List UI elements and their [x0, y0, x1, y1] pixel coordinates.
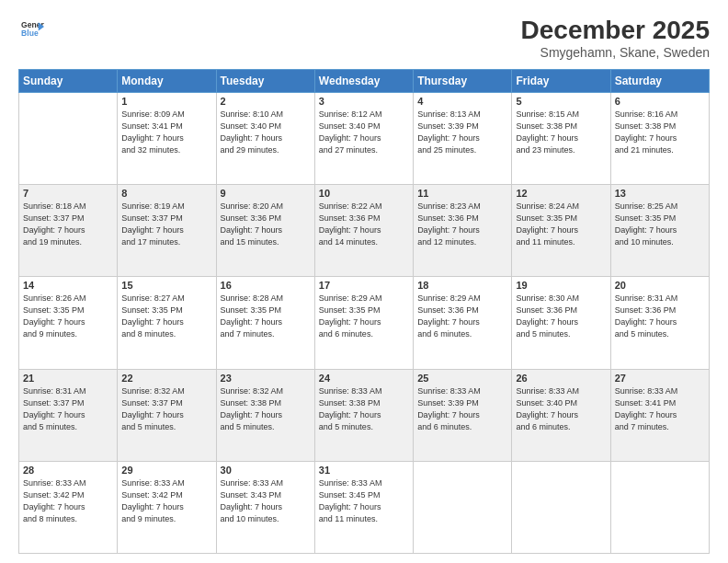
- day-number: 14: [23, 280, 113, 291]
- day-info: Sunrise: 8:10 AM Sunset: 3:40 PM Dayligh…: [221, 109, 311, 156]
- day-number: 12: [516, 188, 606, 199]
- day-info: Sunrise: 8:33 AM Sunset: 3:42 PM Dayligh…: [23, 477, 113, 525]
- day-info: Sunrise: 8:25 AM Sunset: 3:35 PM Dayligh…: [615, 201, 705, 248]
- day-number: 29: [121, 465, 211, 476]
- week-row-1: 1Sunrise: 8:09 AM Sunset: 3:41 PM Daylig…: [19, 92, 710, 184]
- col-friday: Friday: [512, 69, 610, 92]
- day-info: Sunrise: 8:29 AM Sunset: 3:36 PM Dayligh…: [417, 293, 507, 340]
- week-row-5: 28Sunrise: 8:33 AM Sunset: 3:42 PM Dayli…: [19, 461, 710, 553]
- calendar-header-row: Sunday Monday Tuesday Wednesday Thursday…: [19, 69, 710, 92]
- day-info: Sunrise: 8:12 AM Sunset: 3:40 PM Dayligh…: [319, 109, 409, 156]
- day-cell-w1-d4: 4Sunrise: 8:13 AM Sunset: 3:39 PM Daylig…: [414, 92, 512, 184]
- day-cell-w4-d1: 22Sunrise: 8:32 AM Sunset: 3:37 PM Dayli…: [118, 369, 216, 461]
- day-number: 6: [615, 96, 705, 107]
- day-number: 10: [319, 188, 409, 199]
- week-row-2: 7Sunrise: 8:18 AM Sunset: 3:37 PM Daylig…: [19, 185, 710, 277]
- day-info: Sunrise: 8:09 AM Sunset: 3:41 PM Dayligh…: [121, 109, 211, 156]
- day-cell-w3-d6: 20Sunrise: 8:31 AM Sunset: 3:36 PM Dayli…: [610, 277, 709, 369]
- day-info: Sunrise: 8:27 AM Sunset: 3:35 PM Dayligh…: [121, 293, 211, 340]
- day-info: Sunrise: 8:23 AM Sunset: 3:36 PM Dayligh…: [417, 201, 507, 248]
- day-info: Sunrise: 8:15 AM Sunset: 3:38 PM Dayligh…: [516, 109, 606, 156]
- col-tuesday: Tuesday: [216, 69, 314, 92]
- day-cell-w4-d6: 27Sunrise: 8:33 AM Sunset: 3:41 PM Dayli…: [610, 369, 709, 461]
- day-cell-w4-d2: 23Sunrise: 8:32 AM Sunset: 3:38 PM Dayli…: [216, 369, 314, 461]
- day-cell-w1-d6: 6Sunrise: 8:16 AM Sunset: 3:38 PM Daylig…: [610, 92, 709, 184]
- col-saturday: Saturday: [610, 69, 709, 92]
- day-cell-w4-d5: 26Sunrise: 8:33 AM Sunset: 3:40 PM Dayli…: [512, 369, 610, 461]
- week-row-3: 14Sunrise: 8:26 AM Sunset: 3:35 PM Dayli…: [19, 277, 710, 369]
- day-info: Sunrise: 8:33 AM Sunset: 3:39 PM Dayligh…: [417, 385, 507, 433]
- day-cell-w2-d0: 7Sunrise: 8:18 AM Sunset: 3:37 PM Daylig…: [19, 185, 118, 277]
- day-cell-w4-d4: 25Sunrise: 8:33 AM Sunset: 3:39 PM Dayli…: [414, 369, 512, 461]
- day-cell-w2-d4: 11Sunrise: 8:23 AM Sunset: 3:36 PM Dayli…: [414, 185, 512, 277]
- day-number: 19: [516, 280, 606, 291]
- day-info: Sunrise: 8:28 AM Sunset: 3:35 PM Dayligh…: [221, 293, 311, 340]
- svg-text:Blue: Blue: [21, 29, 39, 38]
- day-cell-w5-d2: 30Sunrise: 8:33 AM Sunset: 3:43 PM Dayli…: [216, 461, 314, 553]
- day-number: 23: [221, 373, 311, 384]
- day-info: Sunrise: 8:33 AM Sunset: 3:45 PM Dayligh…: [319, 477, 409, 525]
- day-info: Sunrise: 8:13 AM Sunset: 3:39 PM Dayligh…: [417, 109, 507, 156]
- header: General Blue December 2025 Smygehamn, Sk…: [18, 17, 710, 60]
- col-wednesday: Wednesday: [314, 69, 413, 92]
- day-cell-w1-d0: [19, 92, 118, 184]
- day-cell-w2-d2: 9Sunrise: 8:20 AM Sunset: 3:36 PM Daylig…: [216, 185, 314, 277]
- day-cell-w3-d1: 15Sunrise: 8:27 AM Sunset: 3:35 PM Dayli…: [118, 277, 216, 369]
- day-number: 26: [516, 373, 606, 384]
- day-cell-w3-d4: 18Sunrise: 8:29 AM Sunset: 3:36 PM Dayli…: [414, 277, 512, 369]
- day-cell-w2-d3: 10Sunrise: 8:22 AM Sunset: 3:36 PM Dayli…: [314, 185, 413, 277]
- day-info: Sunrise: 8:32 AM Sunset: 3:38 PM Dayligh…: [221, 385, 311, 433]
- day-number: 11: [417, 188, 507, 199]
- logo-icon: General Blue: [18, 17, 44, 42]
- day-number: 16: [221, 280, 311, 291]
- day-number: 1: [121, 96, 211, 107]
- day-info: Sunrise: 8:30 AM Sunset: 3:36 PM Dayligh…: [516, 293, 606, 340]
- day-cell-w1-d3: 3Sunrise: 8:12 AM Sunset: 3:40 PM Daylig…: [314, 92, 413, 184]
- day-number: 3: [319, 96, 409, 107]
- col-monday: Monday: [118, 69, 216, 92]
- day-info: Sunrise: 8:18 AM Sunset: 3:37 PM Dayligh…: [23, 201, 113, 248]
- day-number: 31: [319, 465, 409, 476]
- day-number: 15: [121, 280, 211, 291]
- day-cell-w5-d5: [512, 461, 610, 553]
- location-title: Smygehamn, Skane, Sweden: [521, 45, 710, 60]
- day-number: 2: [221, 96, 311, 107]
- day-info: Sunrise: 8:19 AM Sunset: 3:37 PM Dayligh…: [121, 201, 211, 248]
- month-title: December 2025: [521, 17, 710, 45]
- day-info: Sunrise: 8:33 AM Sunset: 3:41 PM Dayligh…: [615, 385, 705, 433]
- day-info: Sunrise: 8:33 AM Sunset: 3:38 PM Dayligh…: [319, 385, 409, 433]
- day-number: 22: [121, 373, 211, 384]
- logo: General Blue: [18, 17, 44, 42]
- day-cell-w1-d1: 1Sunrise: 8:09 AM Sunset: 3:41 PM Daylig…: [118, 92, 216, 184]
- day-number: 20: [615, 280, 705, 291]
- day-number: 28: [23, 465, 113, 476]
- day-info: Sunrise: 8:16 AM Sunset: 3:38 PM Dayligh…: [615, 109, 705, 156]
- day-info: Sunrise: 8:32 AM Sunset: 3:37 PM Dayligh…: [121, 385, 211, 433]
- day-cell-w2-d6: 13Sunrise: 8:25 AM Sunset: 3:35 PM Dayli…: [610, 185, 709, 277]
- day-cell-w2-d1: 8Sunrise: 8:19 AM Sunset: 3:37 PM Daylig…: [118, 185, 216, 277]
- day-number: 5: [516, 96, 606, 107]
- day-number: 4: [417, 96, 507, 107]
- day-info: Sunrise: 8:20 AM Sunset: 3:36 PM Dayligh…: [221, 201, 311, 248]
- day-info: Sunrise: 8:33 AM Sunset: 3:40 PM Dayligh…: [516, 385, 606, 433]
- day-cell-w5-d3: 31Sunrise: 8:33 AM Sunset: 3:45 PM Dayli…: [314, 461, 413, 553]
- day-number: 25: [417, 373, 507, 384]
- day-info: Sunrise: 8:22 AM Sunset: 3:36 PM Dayligh…: [319, 201, 409, 248]
- day-info: Sunrise: 8:33 AM Sunset: 3:43 PM Dayligh…: [221, 477, 311, 525]
- col-thursday: Thursday: [414, 69, 512, 92]
- day-number: 17: [319, 280, 409, 291]
- day-info: Sunrise: 8:26 AM Sunset: 3:35 PM Dayligh…: [23, 293, 113, 340]
- day-number: 24: [319, 373, 409, 384]
- day-number: 21: [23, 373, 113, 384]
- day-info: Sunrise: 8:24 AM Sunset: 3:35 PM Dayligh…: [516, 201, 606, 248]
- day-cell-w3-d3: 17Sunrise: 8:29 AM Sunset: 3:35 PM Dayli…: [314, 277, 413, 369]
- col-sunday: Sunday: [19, 69, 118, 92]
- day-info: Sunrise: 8:29 AM Sunset: 3:35 PM Dayligh…: [319, 293, 409, 340]
- day-cell-w5-d0: 28Sunrise: 8:33 AM Sunset: 3:42 PM Dayli…: [19, 461, 118, 553]
- day-cell-w1-d2: 2Sunrise: 8:10 AM Sunset: 3:40 PM Daylig…: [216, 92, 314, 184]
- day-cell-w5-d6: [610, 461, 709, 553]
- day-number: 30: [221, 465, 311, 476]
- day-number: 18: [417, 280, 507, 291]
- day-cell-w3-d2: 16Sunrise: 8:28 AM Sunset: 3:35 PM Dayli…: [216, 277, 314, 369]
- page: General Blue December 2025 Smygehamn, Sk…: [0, 0, 728, 563]
